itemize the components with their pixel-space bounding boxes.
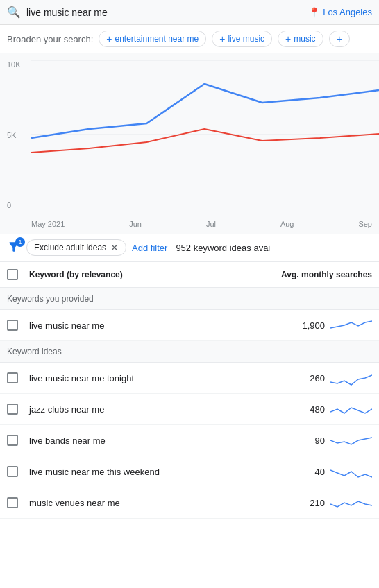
col-keyword-header: Keyword (by relevance)	[29, 270, 261, 279]
row-check[interactable]	[7, 497, 29, 508]
location-text: Los Angeles	[323, 7, 372, 17]
provided-section-header: Keywords you provided	[0, 288, 379, 310]
row-checkbox[interactable]	[7, 404, 18, 415]
col-monthly-header: Avg. monthly searches	[261, 270, 372, 279]
broaden-label: Broaden your search:	[7, 34, 93, 44]
row-monthly-wrap: 480	[261, 399, 372, 419]
table-row: live bands near me 90	[0, 425, 379, 456]
y-label-5k: 5K	[7, 131, 21, 139]
row-keyword-text: music venues near me	[29, 498, 261, 508]
search-icon: 🔍	[7, 6, 21, 19]
x-label-aug: Aug	[280, 220, 294, 228]
row-check[interactable]	[7, 404, 29, 415]
table-row: live music near me this weekend 40	[0, 456, 379, 487]
search-bar: 🔍 📍 Los Angeles	[0, 0, 379, 25]
plus-icon: +	[219, 33, 225, 44]
row-keyword-text: live music near me	[29, 320, 261, 331]
row-monthly-wrap: 90	[261, 431, 372, 450]
row-keyword-text: live bands near me	[29, 435, 261, 446]
y-label-10k: 10K	[7, 60, 21, 69]
row-monthly-wrap: 210	[261, 493, 372, 512]
row-checkbox[interactable]	[7, 466, 18, 477]
table-row: music venues near me 210	[0, 487, 379, 519]
search-input[interactable]	[26, 7, 294, 18]
monthly-number: 40	[300, 467, 325, 477]
row-checkbox[interactable]	[7, 372, 18, 383]
table-row: live music near me 1,900	[0, 310, 379, 341]
row-keyword-text: live music near me tonight	[29, 373, 261, 383]
exclude-adult-label: Exclude adult ideas	[34, 243, 106, 252]
ideas-section-header: Keyword ideas	[0, 341, 379, 363]
row-check[interactable]	[7, 372, 29, 383]
table-header: Keyword (by relevance) Avg. monthly sear…	[0, 262, 379, 288]
row-keyword-text: jazz clubs near me	[29, 404, 261, 415]
table-row: live music near me tonight 260	[0, 363, 379, 394]
filter-bar: 1 Exclude adult ideas ✕ Add filter 952 k…	[0, 234, 379, 262]
row-keyword-text: live music near me this weekend	[29, 467, 261, 477]
row-monthly-wrap: 260	[261, 368, 372, 388]
monthly-number: 90	[300, 435, 325, 446]
x-label-may: May 2021	[31, 220, 65, 228]
x-label-sep: Sep	[358, 220, 372, 228]
chart-y-labels: 0 5K 10K	[7, 60, 21, 209]
plus-icon: +	[285, 33, 291, 44]
broaden-chip-label: entertainment near me	[115, 34, 199, 44]
location-display[interactable]: 📍 Los Angeles	[301, 7, 372, 18]
broaden-chip-more[interactable]: +	[329, 31, 350, 47]
sparkline-chart	[330, 399, 372, 419]
plus-icon: +	[337, 33, 342, 44]
chart-area: 0 5K 10K May 2021 Jun Jul Aug Sep	[0, 53, 379, 234]
remove-filter-button[interactable]: ✕	[110, 242, 119, 253]
exclude-adult-chip[interactable]: Exclude adult ideas ✕	[26, 239, 126, 256]
keyword-count: 952 keyword ideas avai	[176, 243, 270, 253]
broaden-chip-entertainment[interactable]: + entertainment near me	[99, 31, 206, 47]
monthly-number: 480	[300, 404, 325, 415]
plus-icon: +	[106, 33, 112, 44]
sparkline-chart	[330, 315, 372, 335]
row-checkbox[interactable]	[7, 497, 18, 508]
table-row: jazz clubs near me 480	[0, 394, 379, 425]
filter-icon-wrap[interactable]: 1	[7, 240, 21, 256]
select-all-checkbox[interactable]	[7, 269, 18, 280]
row-check[interactable]	[7, 466, 29, 477]
chart-svg	[31, 60, 379, 209]
x-label-jun: Jun	[129, 220, 142, 228]
header-check[interactable]	[7, 269, 29, 280]
row-check[interactable]	[7, 320, 29, 331]
row-checkbox[interactable]	[7, 320, 18, 331]
monthly-number: 260	[300, 373, 325, 383]
y-label-0: 0	[7, 201, 21, 209]
x-label-jul: Jul	[206, 220, 216, 228]
row-check[interactable]	[7, 435, 29, 446]
sparkline-chart	[330, 493, 372, 512]
sparkline-chart	[330, 368, 372, 388]
row-monthly-wrap: 1,900	[261, 315, 372, 335]
chart-x-labels: May 2021 Jun Jul Aug Sep	[31, 220, 379, 228]
monthly-number: 210	[300, 498, 325, 508]
row-monthly-wrap: 40	[261, 462, 372, 481]
filter-badge: 1	[15, 237, 25, 247]
broaden-chip-music[interactable]: + music	[278, 31, 323, 47]
broaden-chip-live-music[interactable]: + live music	[212, 31, 272, 47]
broaden-bar: Broaden your search: + entertainment nea…	[0, 25, 379, 53]
sparkline-chart	[330, 462, 372, 481]
row-checkbox[interactable]	[7, 435, 18, 446]
monthly-number: 1,900	[300, 320, 325, 331]
sparkline-chart	[330, 431, 372, 450]
keyword-table: Keyword (by relevance) Avg. monthly sear…	[0, 262, 379, 519]
broaden-chip-label: live music	[228, 34, 264, 44]
broaden-chip-label: music	[294, 34, 315, 44]
location-icon: 📍	[308, 7, 320, 18]
add-filter-button[interactable]: Add filter	[132, 243, 167, 253]
